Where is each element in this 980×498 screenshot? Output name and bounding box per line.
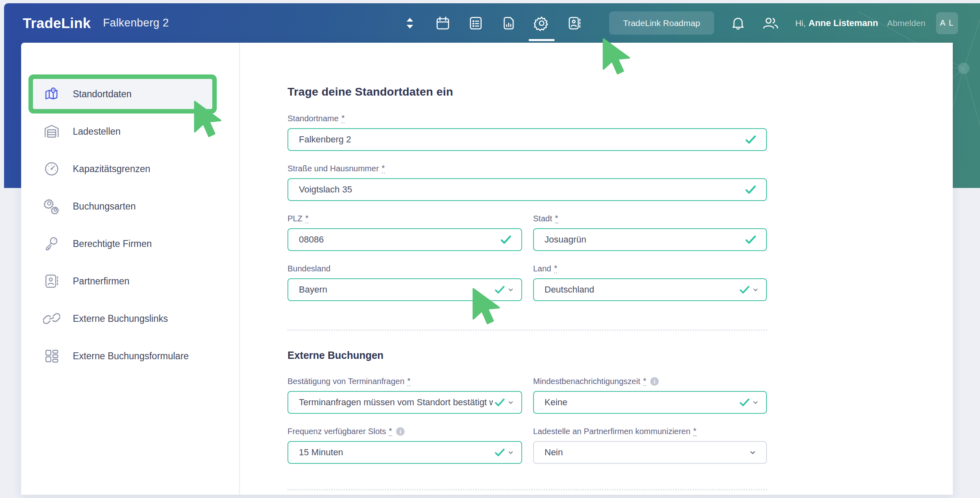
bestaetigung-value: Terminanfragen müssen vom Standort bestä… bbox=[299, 397, 509, 408]
key-icon bbox=[43, 236, 61, 252]
field-bundesland: Bundesland Bayern bbox=[287, 264, 522, 301]
logout-link[interactable]: Abmelden bbox=[887, 18, 926, 28]
greeting-prefix: Hi, bbox=[795, 18, 806, 28]
sidebar-item-label: Standortdaten bbox=[73, 89, 132, 100]
chevron-down-icon bbox=[507, 398, 515, 406]
required-asterisk: * bbox=[555, 214, 558, 223]
link-icon bbox=[43, 312, 61, 325]
required-asterisk: * bbox=[342, 114, 345, 123]
valid-check-icon bbox=[499, 229, 512, 250]
frequenz-select[interactable]: 15 Minuten bbox=[287, 441, 522, 464]
sidebar-item-buchungsarten[interactable]: Buchungsarten bbox=[33, 191, 212, 221]
map-pin-icon bbox=[43, 86, 61, 102]
sidebar-item-partnerfirmen[interactable]: Partnerfirmen bbox=[33, 266, 212, 296]
sidebar-item-standortdaten[interactable]: Standortdaten bbox=[33, 79, 212, 109]
sidebar-item-kapazitaetsgrenzen[interactable]: Kapazitätsgrenzen bbox=[33, 154, 212, 184]
sidebar-item-externe-buchungsformulare[interactable]: Externe Buchungsformulare bbox=[33, 341, 212, 371]
chevron-down-icon bbox=[507, 448, 515, 456]
valid-check-icon bbox=[744, 179, 757, 200]
plz-input[interactable] bbox=[287, 228, 522, 251]
navbar-icon-group bbox=[398, 11, 586, 35]
info-icon[interactable]: i bbox=[396, 427, 405, 436]
notifications-bell-icon[interactable] bbox=[731, 16, 745, 31]
content-card: Standortdaten Ladestellen bbox=[21, 43, 953, 495]
settings-icon[interactable] bbox=[530, 11, 553, 35]
frequenz-value: 15 Minuten bbox=[299, 447, 343, 458]
plz-input-value[interactable] bbox=[299, 234, 487, 245]
field-frequenz: Frequenz verfügbarer Slots* i 15 Minuten bbox=[287, 427, 522, 464]
ladestelle-kommunizieren-select[interactable]: Nein bbox=[533, 441, 767, 464]
bestaetigung-select[interactable]: Terminanfragen müssen vom Standort bestä… bbox=[287, 391, 522, 414]
standortname-input-value[interactable] bbox=[299, 134, 732, 145]
field-label: Frequenz verfügbarer Slots* i bbox=[287, 427, 522, 436]
stadt-input[interactable] bbox=[533, 228, 767, 251]
section-divider bbox=[287, 330, 767, 331]
standortname-input[interactable] bbox=[287, 128, 767, 151]
chevron-down-icon bbox=[507, 286, 515, 294]
sidebar-item-label: Buchungsarten bbox=[73, 201, 136, 212]
field-label: Straße und Hausnummer* bbox=[287, 164, 767, 173]
required-asterisk: * bbox=[643, 377, 647, 386]
section-title: Externe Buchungen bbox=[287, 349, 767, 361]
field-label: Standortname* bbox=[287, 114, 767, 123]
strasse-input[interactable] bbox=[287, 178, 767, 201]
valid-check-icon bbox=[744, 129, 757, 150]
valid-check-icon bbox=[738, 396, 751, 408]
valid-check-icon bbox=[494, 446, 506, 459]
bundesland-value: Bayern bbox=[299, 284, 327, 295]
sidebar-item-ladestellen[interactable]: Ladestellen bbox=[33, 116, 212, 146]
app-logo: TradeLink bbox=[23, 15, 91, 31]
field-label: Land* bbox=[533, 264, 767, 273]
layout-icon bbox=[43, 348, 61, 364]
field-bestaetigung: Bestätigung von Terminanfragen* Terminan… bbox=[287, 377, 522, 414]
required-asterisk: * bbox=[389, 427, 392, 436]
select-adornments bbox=[494, 442, 515, 463]
field-label: Mindestbenachrichtigungszeit* i bbox=[533, 377, 767, 386]
contacts-icon[interactable] bbox=[563, 11, 586, 35]
calendar-icon[interactable] bbox=[431, 11, 455, 35]
roadmap-button[interactable]: TradeLink Roadmap bbox=[609, 11, 714, 35]
mindestbenachrichtigungszeit-select[interactable]: Keine bbox=[533, 391, 767, 414]
land-select[interactable]: Deutschland bbox=[533, 278, 767, 301]
field-label: Bundesland bbox=[287, 264, 522, 273]
mindest-value: Keine bbox=[544, 397, 567, 408]
top-navbar: TradeLink Falkenberg 2 bbox=[4, 3, 980, 43]
valid-check-icon bbox=[744, 229, 757, 250]
unfold-icon[interactable] bbox=[398, 11, 422, 35]
strasse-input-value[interactable] bbox=[299, 184, 732, 195]
sidebar-item-label: Berechtigte Firmen bbox=[73, 238, 152, 249]
report-icon[interactable] bbox=[497, 11, 520, 35]
select-adornments bbox=[738, 392, 760, 413]
field-strasse: Straße und Hausnummer* bbox=[287, 164, 767, 201]
field-land: Land* Deutschland bbox=[533, 264, 767, 301]
chevron-down-icon bbox=[748, 448, 757, 457]
user-name: Anne Listemann bbox=[808, 18, 878, 28]
user-greeting: Hi,Anne Listemann bbox=[795, 18, 878, 28]
field-label: Ladestelle an Partnerfirmen kommuniziere… bbox=[533, 427, 767, 436]
select-adornments bbox=[494, 279, 515, 300]
required-asterisk: * bbox=[305, 214, 309, 223]
sidebar-item-label: Externe Buchungslinks bbox=[73, 313, 168, 324]
field-label: Stadt* bbox=[533, 214, 767, 223]
booking-list-icon[interactable] bbox=[464, 11, 488, 35]
info-icon[interactable]: i bbox=[650, 377, 659, 386]
valid-check-icon bbox=[738, 284, 751, 296]
valid-check-icon bbox=[494, 396, 506, 408]
field-label: PLZ* bbox=[287, 214, 522, 223]
sidebar-item-berechtigte-firmen[interactable]: Berechtigte Firmen bbox=[33, 229, 212, 259]
required-asterisk: * bbox=[693, 427, 697, 436]
sidebar-item-externe-buchungslinks[interactable]: Externe Buchungslinks bbox=[33, 304, 212, 334]
sidebar-item-label: Externe Buchungsformulare bbox=[73, 351, 189, 362]
users-icon[interactable] bbox=[762, 16, 779, 31]
current-location-name: Falkenberg 2 bbox=[103, 17, 169, 29]
avatar[interactable]: A L bbox=[936, 12, 958, 34]
stadt-input-value[interactable] bbox=[544, 234, 732, 245]
select-adornments bbox=[493, 392, 515, 413]
sidebar-item-label: Ladestellen bbox=[73, 126, 121, 137]
gauge-icon bbox=[43, 161, 61, 177]
page-title: Trage deine Standortdaten ein bbox=[287, 85, 767, 98]
bundesland-select[interactable]: Bayern bbox=[287, 278, 522, 301]
field-label: Bestätigung von Terminanfragen* bbox=[287, 377, 522, 386]
field-standortname: Standortname* bbox=[287, 114, 767, 151]
contact-card-icon bbox=[43, 273, 61, 289]
